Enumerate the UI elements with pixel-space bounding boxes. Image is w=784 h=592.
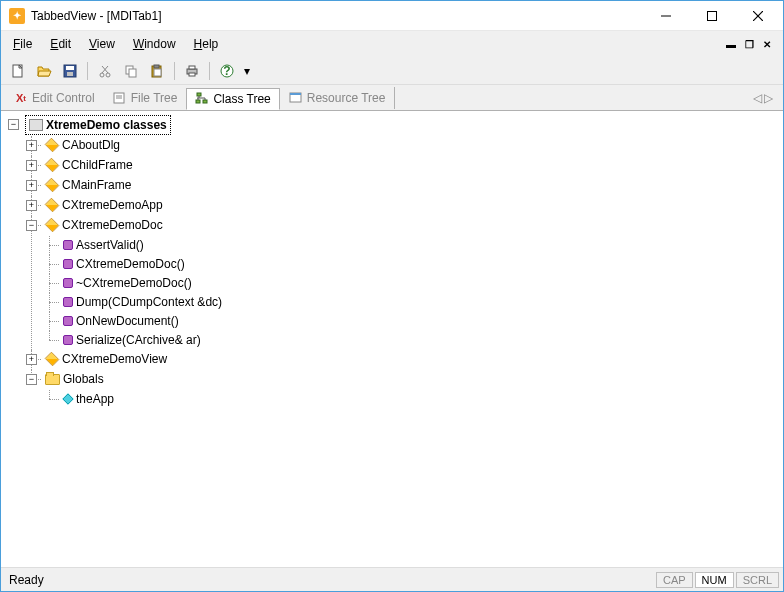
method-icon xyxy=(63,259,73,269)
open-button[interactable] xyxy=(33,60,55,82)
tree-method[interactable]: AssertValid() xyxy=(61,236,146,254)
expander-icon[interactable]: + xyxy=(26,200,37,211)
tree-class[interactable]: CXtremeDemoApp xyxy=(43,196,165,214)
svg-rect-18 xyxy=(189,66,195,69)
cut-button[interactable] xyxy=(94,60,116,82)
tab-label: Edit Control xyxy=(32,91,95,105)
tree-method[interactable]: Dump(CDumpContext &dc) xyxy=(61,293,224,311)
class-icon xyxy=(45,198,60,213)
class-icon xyxy=(45,138,60,153)
tree-view[interactable]: − XtremeDemo classes +CAboutDlg +CChildF… xyxy=(1,111,783,567)
svg-rect-19 xyxy=(189,73,195,76)
titlebar: ✦ TabbedView - [MDITab1] xyxy=(1,1,783,31)
class-icon xyxy=(45,178,60,193)
tree-method[interactable]: CXtremeDemoDoc() xyxy=(61,255,187,273)
menu-view[interactable]: View xyxy=(81,34,123,54)
maximize-button[interactable] xyxy=(689,1,735,31)
svg-point-9 xyxy=(106,73,110,77)
expander-icon[interactable]: − xyxy=(26,374,37,385)
folder-icon xyxy=(45,374,60,385)
tree-label: Globals xyxy=(63,370,104,388)
resource-tree-icon xyxy=(289,91,303,105)
tree-class[interactable]: CXtremeDemoView xyxy=(43,350,169,368)
class-icon xyxy=(45,352,60,367)
menu-help[interactable]: Help xyxy=(186,34,227,54)
tree-label: XtremeDemo classes xyxy=(46,116,167,134)
svg-rect-13 xyxy=(129,69,136,77)
tree-class[interactable]: CXtremeDemoDoc xyxy=(43,216,165,234)
help-button[interactable]: ? xyxy=(216,60,238,82)
status-num: NUM xyxy=(695,572,734,588)
help-dropdown-button[interactable]: ▾ xyxy=(242,60,252,82)
tab-nav: ◁ ▷ xyxy=(753,91,779,105)
tab-label: Resource Tree xyxy=(307,91,386,105)
tree-global-var[interactable]: theApp xyxy=(61,390,116,408)
save-button[interactable] xyxy=(59,60,81,82)
status-cap: CAP xyxy=(656,572,693,588)
tab-edit-control[interactable]: Xt Edit Control xyxy=(5,87,104,109)
method-icon xyxy=(63,240,73,250)
mdi-close-button[interactable]: ✕ xyxy=(759,37,775,51)
tree-class[interactable]: CMainFrame xyxy=(43,176,133,194)
tree-class[interactable]: CAboutDlg xyxy=(43,136,122,154)
tree-label: CChildFrame xyxy=(62,156,133,174)
tab-resource-tree[interactable]: Resource Tree xyxy=(280,87,395,109)
expander-icon[interactable]: + xyxy=(26,140,37,151)
paste-button[interactable] xyxy=(146,60,168,82)
tab-label: File Tree xyxy=(131,91,178,105)
expander-icon[interactable]: − xyxy=(26,220,37,231)
tree-label: ~CXtremeDemoDoc() xyxy=(76,274,192,292)
mdi-controls: ▬ ❐ ✕ xyxy=(723,37,779,51)
tree-method[interactable]: ~CXtremeDemoDoc() xyxy=(61,274,194,292)
tab-next-button[interactable]: ▷ xyxy=(764,91,773,105)
svg-rect-27 xyxy=(203,100,207,103)
print-button[interactable] xyxy=(181,60,203,82)
edit-control-icon: Xt xyxy=(14,91,28,105)
tree-label: CXtremeDemoDoc xyxy=(62,216,163,234)
tabbar: Xt Edit Control File Tree Class Tree Res… xyxy=(1,85,783,111)
method-icon xyxy=(63,316,73,326)
svg-rect-7 xyxy=(67,72,73,76)
tree-root[interactable]: XtremeDemo classes xyxy=(25,115,171,135)
class-tree-icon xyxy=(195,92,209,106)
mdi-restore-button[interactable]: ❐ xyxy=(741,37,757,51)
minimize-button[interactable] xyxy=(643,1,689,31)
menu-window[interactable]: Window xyxy=(125,34,184,54)
expander-icon[interactable]: + xyxy=(26,160,37,171)
mdi-minimize-button[interactable]: ▬ xyxy=(723,37,739,51)
statusbar: Ready CAP NUM SCRL xyxy=(1,567,783,591)
tree-label: AssertValid() xyxy=(76,236,144,254)
svg-rect-15 xyxy=(154,65,159,68)
svg-text:?: ? xyxy=(223,64,230,78)
svg-rect-1 xyxy=(708,11,717,20)
tree-class[interactable]: CChildFrame xyxy=(43,156,135,174)
menubar: File Edit View Window Help ▬ ❐ ✕ xyxy=(1,31,783,57)
window-title: TabbedView - [MDITab1] xyxy=(31,9,643,23)
status-scrl: SCRL xyxy=(736,572,779,588)
global-icon xyxy=(62,393,73,404)
svg-rect-16 xyxy=(154,69,161,76)
class-icon xyxy=(45,158,60,173)
method-icon xyxy=(63,335,73,345)
tree-globals[interactable]: Globals xyxy=(43,370,106,388)
expander-icon[interactable]: − xyxy=(8,119,19,130)
svg-rect-26 xyxy=(196,100,200,103)
menu-file[interactable]: File xyxy=(5,34,40,54)
tree-label: Dump(CDumpContext &dc) xyxy=(76,293,222,311)
method-icon xyxy=(63,297,73,307)
tree-method[interactable]: OnNewDocument() xyxy=(61,312,181,330)
tab-prev-button[interactable]: ◁ xyxy=(753,91,762,105)
tree-label: Serialize(CArchive& ar) xyxy=(76,331,201,349)
close-button[interactable] xyxy=(735,1,781,31)
tree-method[interactable]: Serialize(CArchive& ar) xyxy=(61,331,203,349)
svg-rect-33 xyxy=(290,93,301,95)
new-button[interactable] xyxy=(7,60,29,82)
copy-button[interactable] xyxy=(120,60,142,82)
tree-label: CAboutDlg xyxy=(62,136,120,154)
tab-file-tree[interactable]: File Tree xyxy=(104,87,187,109)
expander-icon[interactable]: + xyxy=(26,354,37,365)
menu-edit[interactable]: Edit xyxy=(42,34,79,54)
tab-class-tree[interactable]: Class Tree xyxy=(186,88,279,110)
tree-label: CXtremeDemoDoc() xyxy=(76,255,185,273)
expander-icon[interactable]: + xyxy=(26,180,37,191)
